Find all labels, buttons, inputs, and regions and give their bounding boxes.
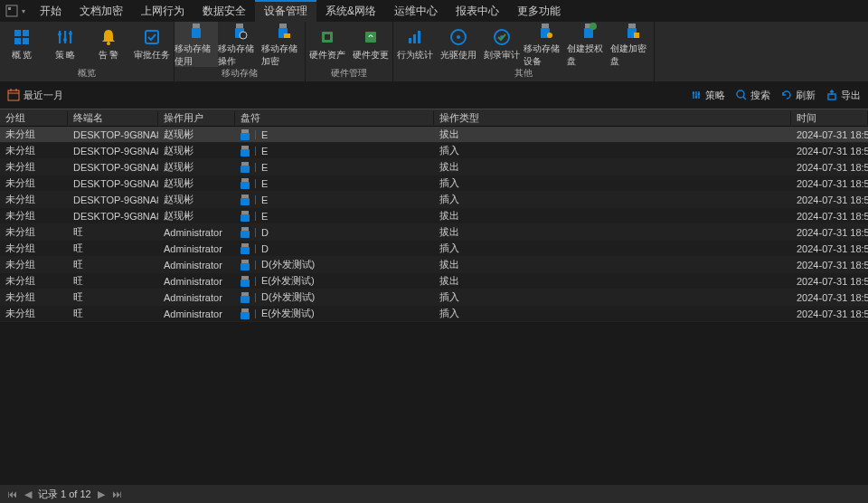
svg-point-49 (695, 96, 698, 99)
svg-rect-5 (23, 38, 29, 44)
ribbon-group-3: 行为统计光驱使用刻录审计移动存储设备创建授权盘创建加密盘其他 (393, 22, 655, 81)
menu-item-5[interactable]: 系统&网络 (316, 0, 385, 23)
grid-icon (13, 28, 31, 46)
table-row[interactable]: 未分组旺AdministratorD(外发测试)插入2024-07-31 18:… (0, 289, 868, 306)
app-menu-icon[interactable] (4, 3, 20, 19)
svg-rect-41 (8, 90, 19, 100)
table-row[interactable]: 未分组旺AdministratorD插入2024-07-31 18:54:10 (0, 241, 868, 257)
usb-drive-icon (241, 178, 250, 189)
table-row[interactable]: 未分组DESKTOP-9G8NA80赵现彬E插入2024-07-31 18:56… (0, 143, 868, 159)
chip-icon (318, 28, 336, 46)
svg-rect-3 (23, 30, 29, 36)
pager-prev-icon[interactable]: ◀ (22, 488, 34, 500)
svg-rect-62 (241, 195, 249, 198)
ribbon-btn-sliders[interactable]: 策 略 (43, 22, 87, 67)
cell-terminal: 旺 (68, 274, 158, 288)
disc-audit-icon (493, 28, 511, 46)
svg-rect-16 (236, 24, 243, 28)
ribbon-btn-chart[interactable]: 行为统计 (393, 22, 437, 67)
cell-drive: D(外发测试) (235, 290, 434, 304)
cell-drive: E (235, 162, 434, 173)
table-row[interactable]: 未分组旺AdministratorD拔出2024-07-31 18:54:12 (0, 224, 868, 241)
cell-optype: 插入 (434, 242, 791, 255)
pager-next-icon[interactable]: ▶ (95, 488, 108, 500)
svg-rect-14 (193, 24, 200, 28)
toolbar-refresh[interactable]: 刷新 (781, 89, 816, 102)
table-row[interactable]: 未分组旺AdministratorE(外发测试)拔出2024-07-31 18:… (0, 273, 868, 289)
ribbon-btn-bell[interactable]: 告 警 (87, 22, 130, 67)
menu-item-1[interactable]: 文档加密 (71, 0, 132, 23)
toolbar-sliders[interactable]: 策略 (691, 89, 725, 102)
ribbon-btn-usb-lock[interactable]: 移动存储加密 (261, 22, 305, 67)
toolbar-label: 导出 (841, 89, 861, 102)
usb-drive-icon (241, 146, 250, 157)
table-row[interactable]: 未分组DESKTOP-9G8NA80赵现彬E插入2024-07-31 18:56… (0, 176, 868, 192)
cell-separator (255, 261, 256, 270)
svg-rect-71 (241, 263, 250, 270)
menu-item-8[interactable]: 更多功能 (508, 0, 570, 23)
menu-item-3[interactable]: 数据安全 (193, 0, 255, 23)
menu-item-7[interactable]: 报表中心 (447, 0, 508, 23)
ribbon-btn-usb[interactable]: 移动存储使用 (175, 22, 218, 67)
cell-group: 未分组 (0, 242, 68, 255)
usb-icon (187, 22, 205, 40)
cell-separator (255, 277, 256, 286)
toolbar-export[interactable]: 导出 (826, 89, 861, 102)
cell-time: 2024-07-31 18:54:08 (791, 276, 868, 287)
col-header-group[interactable]: 分组 (0, 111, 68, 125)
cell-drive: E (235, 195, 434, 205)
ribbon-group-2: 硬件资产硬件变更硬件管理 (306, 22, 393, 81)
cell-terminal: DESKTOP-9G8NA80 (68, 211, 158, 222)
ribbon-btn-usb-enc[interactable]: 创建加密盘 (610, 22, 654, 67)
svg-rect-23 (325, 34, 330, 40)
pager-first-icon[interactable]: ⏮ (5, 488, 18, 500)
svg-rect-75 (241, 296, 250, 303)
cell-user: 赵现彬 (158, 176, 235, 190)
col-header-time[interactable]: 时间 (791, 111, 868, 125)
col-header-optype[interactable]: 操作类型 (434, 111, 791, 125)
menu-item-0[interactable]: 开始 (31, 0, 71, 23)
table-row[interactable]: 未分组DESKTOP-9G8NA80赵现彬E拔出2024-07-31 18:56… (0, 127, 868, 143)
pager-last-icon[interactable]: ⏭ (111, 488, 124, 500)
menu-item-6[interactable]: 运维中心 (385, 0, 447, 23)
ribbon-btn-grid[interactable]: 概 览 (0, 22, 43, 67)
ribbon-btn-disc-audit[interactable]: 刻录审计 (480, 22, 524, 67)
col-header-drive[interactable]: 盘符 (235, 111, 434, 125)
ribbon-btn-chip-refresh[interactable]: 硬件变更 (349, 22, 392, 67)
cell-terminal: DESKTOP-9G8NA80 (68, 162, 158, 173)
cell-drive-label: E(外发测试) (261, 307, 315, 320)
ribbon-btn-check-badge[interactable]: 审批任务 (130, 22, 174, 67)
col-header-user[interactable]: 操作用户 (158, 111, 235, 125)
usb-drive-icon (241, 308, 250, 319)
ribbon-btn-chip[interactable]: 硬件资产 (306, 22, 349, 67)
ribbon-btn-usb-auth[interactable]: 创建授权盘 (567, 22, 610, 67)
ribbon-btn-usb-gear[interactable]: 移动存储操作 (218, 22, 261, 67)
ribbon-btn-label: 移动存储使用 (175, 43, 218, 68)
usb-drive-icon (241, 292, 250, 303)
menu-item-4[interactable]: 设备管理 (255, 0, 316, 23)
ribbon-btn-usb-dev[interactable]: 移动存储设备 (524, 22, 567, 67)
cell-drive: D (235, 227, 434, 238)
toolbar-search[interactable]: 搜索 (736, 89, 770, 102)
table-row[interactable]: 未分组DESKTOP-9G8NA80赵现彬E拔出2024-07-31 18:56… (0, 159, 868, 176)
cell-time: 2024-07-31 18:54:00 (791, 292, 868, 303)
table-row[interactable]: 未分组DESKTOP-9G8NA80赵现彬E拔出2024-07-31 18:56… (0, 208, 868, 224)
table-row[interactable]: 未分组DESKTOP-9G8NA80赵现彬E插入2024-07-31 18:56… (0, 192, 868, 208)
cell-time: 2024-07-31 18:56:41 (791, 129, 868, 140)
date-range-filter[interactable]: 最近一月 (7, 89, 63, 102)
ribbon-btn-disc[interactable]: 光驱使用 (437, 22, 480, 67)
ribbon: 概 览策 略告 警审批任务概览移动存储使用移动存储操作移动存储加密移动存储硬件资… (0, 22, 868, 81)
cell-drive: D(外发测试) (235, 258, 434, 271)
cell-optype: 拔出 (434, 274, 791, 288)
table-row[interactable]: 未分组旺AdministratorE(外发测试)插入2024-07-31 18:… (0, 306, 868, 322)
menu-item-2[interactable]: 上网行为 (132, 0, 193, 23)
cell-terminal: DESKTOP-9G8NA80 (68, 129, 158, 140)
ribbon-btn-label: 移动存储设备 (524, 43, 567, 68)
col-header-terminal[interactable]: 终端名 (68, 111, 158, 125)
cell-group: 未分组 (0, 160, 68, 174)
usb-drive-icon (241, 195, 250, 205)
table-row[interactable]: 未分组旺AdministratorD(外发测试)拔出2024-07-31 18:… (0, 257, 868, 273)
ribbon-btn-label: 硬件变更 (353, 49, 389, 62)
usb-drive-icon (241, 211, 250, 222)
cell-optype: 拔出 (434, 209, 791, 223)
